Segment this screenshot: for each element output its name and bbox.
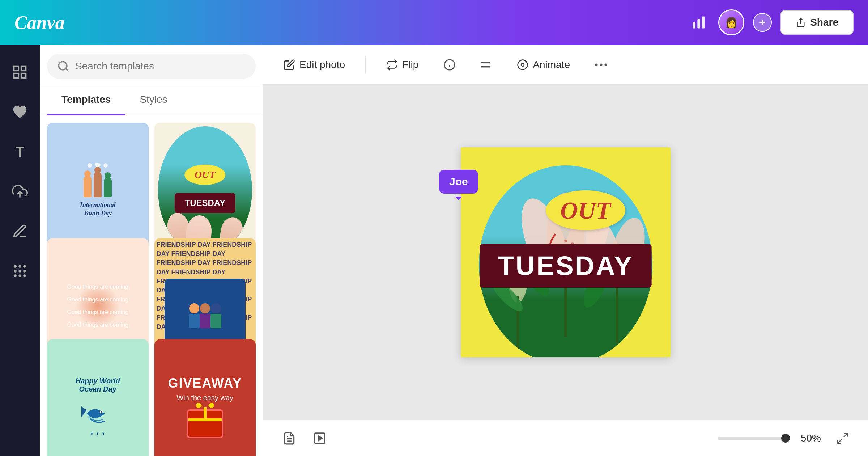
top-header: Canva 👩 + Share: [0, 0, 868, 45]
stats-button[interactable]: [688, 12, 710, 33]
search-bar: [40, 45, 263, 85]
canva-logo[interactable]: Canva: [14, 12, 65, 33]
svg-point-32: [518, 60, 528, 69]
svg-point-26: [101, 411, 102, 413]
templates-grid: InternationalYouth Day OUT TUESDAY: [40, 115, 263, 456]
add-collaborator-button[interactable]: +: [753, 13, 772, 32]
svg-point-14: [14, 274, 17, 277]
sidebar-item-draw[interactable]: [0, 211, 40, 251]
t6-gift-box: [187, 409, 223, 438]
t5-fish-icon: [80, 399, 116, 428]
t6-title: GIVEAWAY: [168, 376, 242, 391]
svg-rect-5: [14, 73, 19, 78]
edit-photo-label: Edit photo: [299, 59, 345, 71]
avatar[interactable]: 👩: [718, 9, 744, 35]
more-options-button[interactable]: [590, 54, 612, 76]
svg-rect-6: [21, 73, 26, 78]
sidebar-item-elements[interactable]: [0, 92, 40, 132]
sidebar-item-apps[interactable]: [0, 251, 40, 291]
template-giveaway[interactable]: GIVEAWAY Win the easy way: [154, 339, 256, 456]
svg-point-42: [564, 240, 567, 242]
bottom-right-controls: 50%: [718, 427, 854, 449]
svg-point-34: [595, 63, 597, 66]
svg-rect-23: [210, 314, 221, 328]
svg-point-20: [211, 303, 221, 313]
animate-label: Animate: [533, 59, 570, 71]
layout-button[interactable]: [475, 54, 497, 76]
template-ocean-day[interactable]: Happy WorldOcean Day ✦ ✦ ✦: [47, 339, 149, 456]
svg-point-15: [18, 274, 21, 277]
bottom-left-controls: [278, 427, 331, 450]
svg-point-13: [23, 270, 26, 272]
svg-rect-22: [200, 314, 210, 328]
template-tuesday-out[interactable]: OUT TUESDAY: [154, 123, 256, 258]
template-international-youth-day[interactable]: InternationalYouth Day: [47, 123, 149, 258]
sidebar-item-grid[interactable]: [0, 52, 40, 92]
share-button[interactable]: Share: [780, 10, 854, 35]
svg-line-58: [844, 433, 848, 437]
bottom-bar: 50%: [263, 420, 868, 456]
t2-tuesday-bar: TUESDAY: [175, 193, 235, 213]
edit-photo-button[interactable]: Edit photo: [278, 55, 351, 75]
tabs-row: Templates Styles: [40, 85, 263, 115]
canvas-viewport: Joe: [263, 85, 868, 420]
templates-panel: Templates Styles: [40, 45, 263, 456]
svg-rect-2: [702, 17, 705, 29]
flip-button[interactable]: Flip: [380, 55, 424, 75]
t2-out-badge: OUT: [184, 165, 226, 185]
template-t1-decoration: InternationalYouth Day: [54, 163, 141, 218]
svg-point-12: [18, 270, 21, 272]
animate-button[interactable]: Animate: [511, 55, 576, 75]
sidebar-item-text[interactable]: T: [0, 132, 40, 172]
flip-icon: [386, 59, 398, 71]
svg-point-10: [23, 265, 26, 268]
more-icon: [595, 63, 608, 67]
svg-point-19: [200, 303, 210, 313]
svg-rect-3: [14, 66, 19, 71]
zoom-slider[interactable]: [718, 437, 790, 440]
animate-icon: [517, 59, 528, 71]
tab-styles[interactable]: Styles: [125, 85, 182, 115]
svg-point-16: [23, 274, 26, 277]
svg-point-35: [600, 63, 602, 66]
svg-point-8: [14, 265, 17, 268]
svg-point-18: [189, 303, 199, 313]
zoom-handle[interactable]: [781, 434, 790, 443]
sidebar-item-upload[interactable]: [0, 172, 40, 211]
canvas-design[interactable]: OUT TUESDAY: [461, 147, 671, 357]
svg-rect-4: [21, 66, 26, 71]
notes-button[interactable]: [278, 427, 301, 450]
main-body: T: [0, 45, 868, 456]
search-input[interactable]: [75, 60, 246, 72]
t2-circle: OUT TUESDAY: [158, 126, 252, 254]
search-input-wrap[interactable]: [47, 54, 256, 79]
tab-templates[interactable]: Templates: [47, 85, 125, 115]
zoom-label: 50%: [801, 432, 821, 444]
svg-rect-21: [189, 314, 200, 328]
info-button[interactable]: [439, 54, 460, 76]
svg-point-17: [59, 62, 67, 70]
design-tuesday-bar: TUESDAY: [480, 244, 652, 288]
expand-button[interactable]: [832, 427, 854, 449]
t6-subtitle: Win the easy way: [176, 394, 233, 402]
design-out-badge: OUT: [546, 190, 625, 230]
svg-point-11: [14, 270, 17, 272]
search-icon: [57, 60, 69, 72]
edit-photo-icon: [284, 59, 295, 71]
layout-icon: [480, 59, 492, 71]
t5-title: Happy WorldOcean Day: [76, 377, 120, 393]
notes-icon: [282, 431, 296, 445]
t6-ribbon-horizontal: [188, 418, 222, 421]
editor-toolbar: Edit photo Flip: [263, 45, 868, 85]
svg-rect-1: [698, 19, 700, 29]
info-icon: [443, 59, 456, 71]
svg-point-9: [18, 265, 21, 268]
canvas-area: Edit photo Flip: [263, 45, 868, 456]
avatar-image: 👩: [719, 10, 743, 34]
play-button[interactable]: [308, 427, 331, 450]
svg-marker-57: [319, 436, 322, 440]
svg-rect-0: [693, 22, 695, 29]
flip-label: Flip: [402, 59, 418, 71]
svg-point-33: [521, 63, 524, 66]
header-right: 👩 + Share: [688, 9, 854, 35]
